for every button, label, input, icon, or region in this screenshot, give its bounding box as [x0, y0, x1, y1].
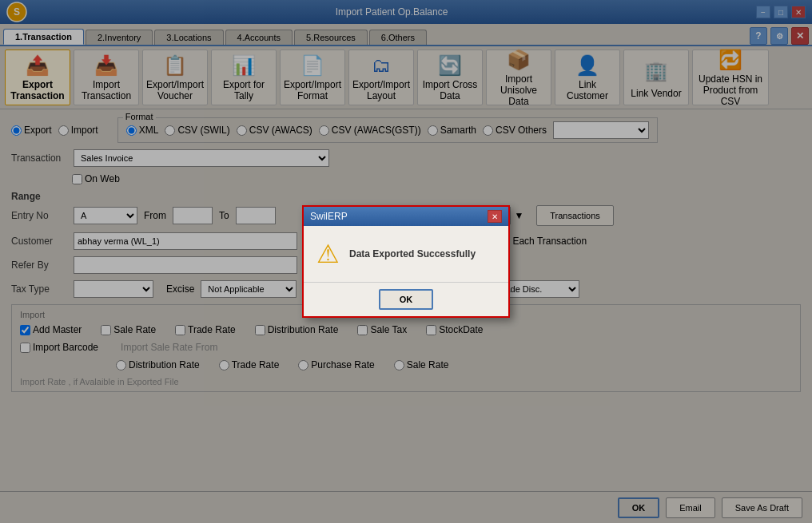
modal-close-button[interactable]: ✕: [488, 210, 502, 223]
modal-title: SwilERP: [310, 211, 348, 222]
modal-title-bar: SwilERP ✕: [304, 207, 508, 226]
modal-message: Data Exported Successfully: [349, 248, 476, 260]
modal-body: ⚠ Data Exported Successfully: [304, 226, 508, 282]
modal-ok-button[interactable]: OK: [379, 289, 434, 310]
modal-overlay: SwilERP ✕ ⚠ Data Exported Successfully O…: [0, 0, 812, 523]
warning-icon: ⚠: [316, 239, 340, 269]
modal-dialog: SwilERP ✕ ⚠ Data Exported Successfully O…: [302, 205, 510, 318]
modal-footer: OK: [304, 282, 508, 316]
